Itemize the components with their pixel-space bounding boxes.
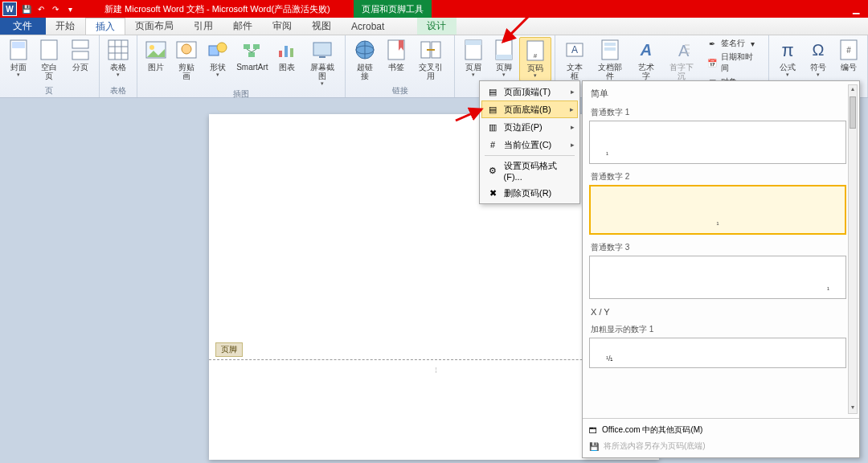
hyperlink-button[interactable]: 超链接 [349, 37, 381, 82]
minimize-button[interactable]: ▁ [844, 0, 868, 18]
pn-current-position[interactable]: #当前位置(C)▸ [481, 136, 578, 154]
footer-tag: 页脚 [215, 342, 243, 357]
page-number-button[interactable]: #页码▾ [519, 37, 551, 81]
svg-rect-21 [279, 51, 282, 57]
equation-icon: π [776, 39, 799, 61]
pn-format[interactable]: ⚙设置页码格式(F)... [481, 158, 578, 184]
shapes-button[interactable]: 形状▾ [203, 37, 233, 80]
chart-button[interactable]: 图表 [272, 37, 302, 73]
symbol-button[interactable]: Ω符号▾ [803, 37, 833, 80]
tab-view[interactable]: 视图 [302, 18, 342, 35]
qat-redo-icon[interactable]: ↷ [48, 2, 63, 16]
page-number-gallery: 简单 普通数字 1 ¹ 普通数字 2 ¹ 普通数字 3 ¹ X / Y 加粗显示… [582, 80, 860, 458]
svg-point-15 [217, 43, 227, 52]
title-bar: W 💾 ↶ ↷ ▾ 新建 Microsoft Word 文档 - Microso… [0, 0, 868, 18]
page-number-menu: ▤页面顶端(T)▸ ▤页面底端(B)▸ ▥页边距(P)▸ #当前位置(C)▸ ⚙… [479, 80, 580, 204]
svg-text:A: A [640, 41, 652, 59]
gallery-section-xy: X / Y [589, 304, 846, 322]
table-button[interactable]: 表格▾ [103, 37, 133, 80]
footer-icon [493, 39, 515, 61]
save-icon: 💾 [589, 442, 599, 451]
clipart-button[interactable]: 剪贴画 [170, 37, 203, 82]
svg-line-20 [252, 49, 256, 52]
header-icon [462, 39, 485, 61]
signature-icon: ✒ [706, 38, 718, 49]
contextual-tab-title: 页眉和页脚工具 [354, 0, 432, 18]
tab-mailings[interactable]: 邮件 [223, 18, 263, 35]
gallery-more-office[interactable]: 🗔Office.com 中的其他页码(M) [588, 422, 854, 438]
svg-rect-2 [41, 40, 57, 59]
hyperlink-icon [354, 39, 376, 61]
svg-text:#: # [534, 52, 538, 59]
screenshot-button[interactable]: 屏幕截图▾ [302, 37, 342, 88]
menu-separator [485, 155, 575, 156]
tab-hf-design[interactable]: 设计 [417, 18, 457, 35]
blank-page-button[interactable]: 空白页 [34, 37, 66, 82]
pn-page-margins[interactable]: ▥页边距(P)▸ [481, 118, 578, 136]
svg-rect-5 [108, 40, 128, 59]
group-illustrations: 图片 剪贴画 形状▾ SmartArt 图表 屏幕截图▾ 插图 [137, 35, 346, 97]
bookmark-button[interactable]: 书签 [381, 37, 411, 73]
picture-button[interactable]: 图片 [141, 37, 171, 73]
signature-line-button[interactable]: ✒签名行 ▾ [705, 37, 762, 50]
symbol-icon: Ω [807, 39, 829, 61]
svg-point-13 [182, 44, 191, 54]
pn-bottom-of-page[interactable]: ▤页面底端(B)▸ [481, 100, 578, 118]
remove-icon: ✖ [486, 186, 499, 199]
tab-file[interactable]: 文件 [0, 18, 46, 35]
gallery-item-plain2[interactable]: ¹ [589, 185, 846, 235]
cover-page-button[interactable]: 封面▾ [3, 37, 34, 80]
footer-button[interactable]: 页脚▾ [489, 37, 519, 80]
group-links: 超链接 书签 交叉引用 链接 [346, 35, 455, 97]
svg-rect-4 [72, 51, 88, 59]
gallery-section-simple: 简单 [589, 84, 846, 104]
footer-cursor: ⸽ [434, 367, 438, 375]
qat-save-icon[interactable]: 💾 [19, 2, 34, 16]
gallery-label-plain2: 普通数字 2 [589, 169, 846, 185]
svg-rect-24 [313, 43, 331, 55]
datetime-button[interactable]: 📅日期和时间 [705, 51, 762, 75]
tab-page-layout[interactable]: 页面布局 [125, 18, 184, 35]
gallery-item-plain1[interactable]: ¹ [589, 121, 846, 164]
svg-rect-42 [604, 43, 616, 46]
tab-insert[interactable]: 插入 [85, 18, 125, 35]
svg-text:#: # [846, 46, 851, 55]
svg-rect-22 [285, 46, 288, 57]
svg-rect-17 [253, 44, 260, 49]
svg-text:A: A [571, 44, 578, 55]
gallery-item-plain3[interactable]: ¹ [589, 256, 846, 299]
gallery-scrollbar[interactable]: ▴ ▾ [848, 84, 858, 414]
tab-home[interactable]: 开始 [46, 18, 85, 35]
gallery-label-bold1: 加粗显示的数字 1 [589, 322, 846, 338]
pn-top-of-page[interactable]: ▤页面顶端(T)▸ [481, 83, 578, 100]
qat-undo-icon[interactable]: ↶ [34, 2, 48, 16]
bookmark-icon [385, 39, 407, 61]
table-icon [107, 39, 129, 61]
svg-rect-3 [72, 40, 88, 48]
tab-review[interactable]: 审阅 [263, 18, 302, 35]
svg-rect-23 [290, 48, 293, 57]
crossref-button[interactable]: 交叉引用 [411, 37, 450, 82]
pn-remove[interactable]: ✖删除页码(R) [481, 184, 578, 202]
tab-acrobat[interactable]: Acrobat [342, 18, 395, 35]
cover-page-icon [7, 39, 30, 61]
tab-references[interactable]: 引用 [184, 18, 223, 35]
equation-button[interactable]: π公式▾ [772, 37, 803, 80]
scroll-thumb[interactable] [850, 96, 856, 129]
smartart-button[interactable]: SmartArt [232, 37, 272, 73]
header-button[interactable]: 页眉▾ [458, 37, 489, 80]
number-button[interactable]: #编号 [833, 37, 864, 73]
qat-customize-icon[interactable]: ▾ [63, 2, 77, 16]
scroll-down-icon[interactable]: ▾ [849, 404, 857, 413]
scroll-up-icon[interactable]: ▴ [849, 85, 857, 95]
svg-rect-34 [465, 40, 481, 45]
gallery-item-bold1[interactable]: ¹/₁ [589, 338, 846, 368]
crossref-icon [420, 39, 442, 61]
quickparts-icon [599, 39, 621, 61]
svg-text:π: π [781, 40, 793, 60]
chart-icon [276, 39, 298, 61]
gallery-save-selection: 💾将所选内容另存为页码(底端) [588, 438, 854, 454]
group-label-pages: 页 [3, 85, 96, 97]
page-break-button[interactable]: 分页 [65, 37, 96, 73]
svg-rect-1 [12, 42, 25, 48]
